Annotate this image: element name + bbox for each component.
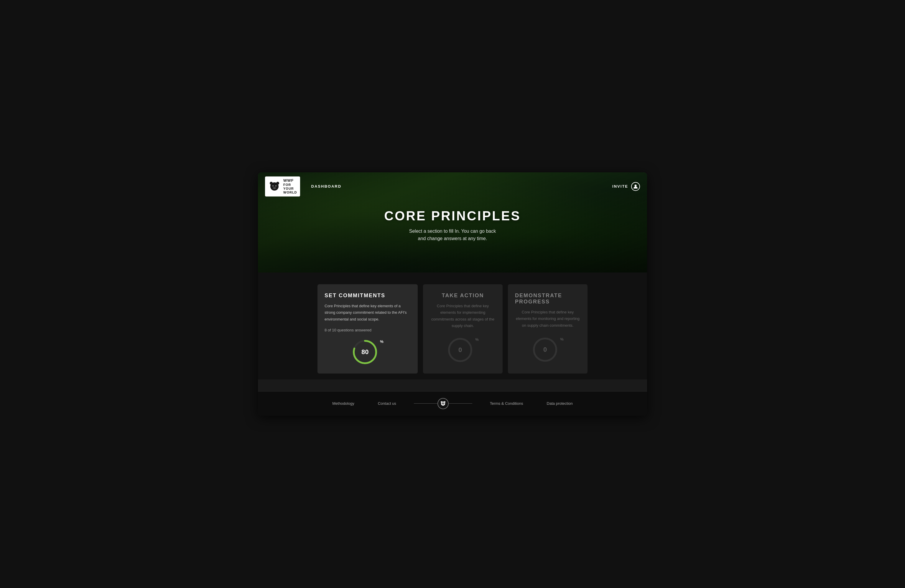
svg-point-18 [441,401,442,403]
invite-label[interactable]: INVITE [612,184,628,189]
card-title-take-action: TAKE ACTION [442,293,484,299]
progress-container-demonstrate-progress: 0 % [532,336,564,363]
progress-container-primary: 80 % [325,339,411,365]
svg-point-23 [444,403,444,404]
progress-circle-demonstrate-progress: 0 [532,336,558,363]
nav-right: INVITE [612,182,640,191]
svg-point-24 [442,404,444,405]
cards-row: SET COMMITMENTS Core Principles that def… [276,284,629,373]
svg-point-1 [270,182,273,185]
card-desc-demonstrate-progress: Core Principles that define key elements… [515,309,580,328]
svg-point-6 [276,185,276,186]
page-title: CORE PRINCIPLES [384,209,521,223]
footer-center [408,398,478,409]
progress-display-take-action: 0 % [447,337,479,363]
card-demonstrate-progress[interactable]: DEMONSTRATE PROGRESS Core Principles tha… [508,284,587,373]
user-icon[interactable] [631,182,640,191]
progress-display-demonstrate-progress: 0 % [532,336,564,363]
card-set-commitments[interactable]: SET COMMITMENTS Core Principles that def… [318,284,418,373]
svg-point-2 [276,182,279,185]
card-title-demonstrate-progress: DEMONSTRATE PROGRESS [515,293,580,305]
nav-dashboard-label[interactable]: DASHBOARD [311,184,342,189]
app-frame: WWF FOR YOUR WORLD DASHBOARD INVITE [258,172,647,415]
nav-left: WWF FOR YOUR WORLD DASHBOARD [265,176,341,196]
progress-number-take-action: 0 [447,337,473,363]
svg-point-10 [635,184,637,187]
questions-answered: 8 of 10 questions answered [325,328,411,332]
progress-circle-take-action: 0 [447,337,473,363]
svg-point-8 [274,187,275,188]
footer-methodology-link[interactable]: Methodology [321,401,366,406]
progress-container-take-action: 0 % [447,337,479,363]
percent-sign-demonstrate-progress: % [560,337,564,341]
percent-sign-primary: % [380,339,384,344]
progress-number-demonstrate-progress: 0 [532,336,558,363]
main-content: SET COMMITMENTS Core Principles that def… [258,273,647,379]
logo-world: WORLD [283,190,297,195]
svg-point-5 [273,185,273,186]
card-desc-take-action: Core Principles that define key elements… [430,303,495,329]
card-desc-set-commitments: Core Principles that define key elements… [325,303,411,322]
card-take-action[interactable]: TAKE ACTION Core Principles that define … [423,284,503,373]
card-title-set-commitments: SET COMMITMENTS [325,293,411,299]
footer-divider-right [449,403,472,404]
progress-number-primary: 80 [352,339,378,365]
svg-point-22 [442,403,443,404]
panda-logo-icon [268,180,281,193]
hero-section: WWF FOR YOUR WORLD DASHBOARD INVITE [258,172,647,273]
wwf-label: WWF [283,178,297,183]
footer-contact-link[interactable]: Contact us [366,401,408,406]
footer-data-protection-link[interactable]: Data protection [535,401,584,406]
hero-subtitle: Select a section to fill In. You can go … [409,227,496,242]
logo-block[interactable]: WWF FOR YOUR WORLD [265,176,300,196]
footer-terms-link[interactable]: Terms & Conditions [478,401,535,406]
logo-text-block: WWF FOR YOUR WORLD [283,178,297,195]
logo-your: YOUR [283,187,297,190]
logo-for: FOR [283,183,297,187]
navbar: WWF FOR YOUR WORLD DASHBOARD INVITE [258,172,647,200]
svg-point-9 [275,187,275,188]
card-demonstrate-progress-inner: DEMONSTRATE PROGRESS Core Principles tha… [515,293,580,363]
footer-panda-icon [437,398,449,409]
card-take-action-inner: TAKE ACTION Core Principles that define … [430,293,495,363]
percent-sign-take-action: % [475,337,479,342]
footer: Methodology Contact us T [258,391,647,416]
svg-point-7 [273,187,276,189]
footer-divider-left [414,403,437,404]
svg-point-19 [444,401,445,403]
progress-circle-primary: 80 [352,339,378,365]
progress-display-primary: 80 % [352,339,384,365]
